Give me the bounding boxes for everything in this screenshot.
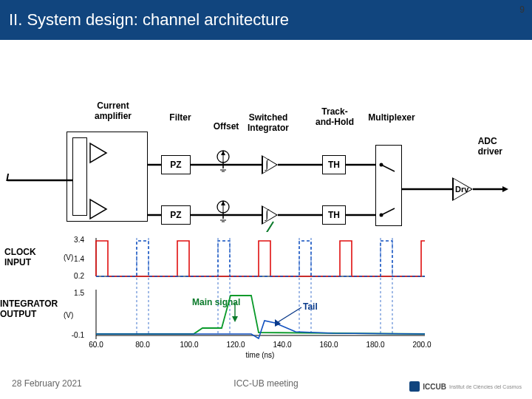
y-unit-lower: (V) <box>64 311 73 319</box>
plot-svg: 3.4 1.4 0.2 (V) 1.5 -0.1 (V) 60.0 80.0 <box>0 232 532 365</box>
logo-subtext: Institut de Ciències del Cosmos <box>449 384 522 389</box>
x-axis-label: time (ns) <box>246 351 275 359</box>
waveform-plots: CLOCK INPUT INTEGRATOR OUTPUT Main signa… <box>0 232 532 365</box>
xtick: 60.0 <box>89 341 103 349</box>
y-unit-upper: (V) <box>64 253 73 262</box>
xtick: 200.0 <box>412 341 431 349</box>
slide-number: 9 <box>519 4 525 15</box>
xtick: 100.0 <box>180 341 198 349</box>
svg-marker-2 <box>90 200 106 219</box>
ytick: 1.5 <box>74 289 84 297</box>
logo-text: ICCUB <box>423 383 446 391</box>
svg-marker-45 <box>232 316 238 322</box>
svg-line-26 <box>381 208 395 215</box>
ytick: -0.1 <box>72 331 85 339</box>
ytick: 1.4 <box>74 255 84 263</box>
channel-architecture-diagram: Current amplifier Filter Offset Switched… <box>0 40 532 232</box>
footer-logo: ICCUB Institut de Ciències del Cosmos <box>409 381 522 392</box>
xtick: 140.0 <box>273 341 291 349</box>
svg-line-25 <box>381 165 395 171</box>
xtick: 80.0 <box>135 341 150 349</box>
svg-marker-1 <box>90 143 106 163</box>
svg-marker-29 <box>502 186 508 192</box>
logo-icon <box>409 381 420 392</box>
xtick: 120.0 <box>226 341 245 349</box>
svg-line-46 <box>278 307 301 322</box>
ytick: 0.2 <box>74 272 84 280</box>
xtick: 160.0 <box>319 341 338 349</box>
slide-title: II. System design: channel architecture <box>0 0 532 40</box>
svg-line-30 <box>244 222 273 232</box>
ytick: 3.4 <box>74 236 84 244</box>
xtick: 180.0 <box>366 341 384 349</box>
wiring-svg <box>0 40 532 232</box>
